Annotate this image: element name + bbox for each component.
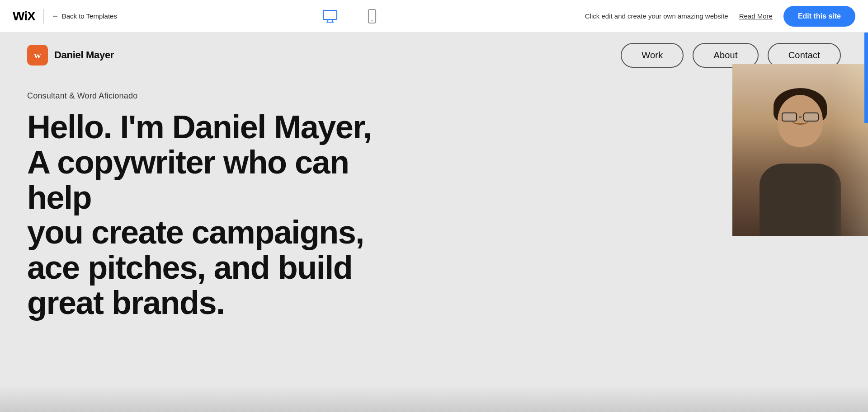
hero-line-4: ace pitches, and build: [27, 249, 352, 286]
back-to-templates-label: Back to Templates: [62, 12, 117, 20]
topbar-center: [117, 8, 585, 24]
device-divider: [351, 9, 351, 23]
person-body: [760, 164, 841, 236]
wix-logo: WiX: [13, 9, 35, 23]
person-smile: [792, 117, 809, 125]
hero-line-5: great brands.: [27, 285, 225, 321]
hero-section: Consultant & Word Aficionado Hello. I'm …: [0, 78, 868, 321]
svg-point-5: [371, 20, 373, 21]
site-preview: w Daniel Mayer Work About Contact Consul…: [0, 33, 868, 412]
desktop-view-button[interactable]: [322, 8, 338, 24]
window-light: [832, 64, 868, 236]
nav-work[interactable]: Work: [621, 43, 684, 68]
topbar-divider: [43, 9, 44, 23]
hero-heading: Hello. I'm Daniel Mayer, A copywriter wh…: [27, 110, 380, 321]
mobile-view-button[interactable]: [364, 8, 380, 24]
hero-line-2: A copywriter who can help: [27, 144, 349, 215]
back-to-templates-link[interactable]: ← Back to Templates: [52, 12, 117, 20]
hero-subtitle: Consultant & Word Aficionado: [27, 91, 841, 101]
site-name: Daniel Mayer: [54, 49, 114, 61]
read-more-link[interactable]: Read More: [739, 12, 773, 20]
person-photo-inner: [732, 64, 868, 236]
site-logo-icon: w: [27, 45, 48, 66]
hero-line-1: Hello. I'm Daniel Mayer,: [27, 109, 371, 145]
topbar-left: WiX ← Back to Templates: [13, 9, 117, 23]
topbar-right: Click edit and create your own amazing w…: [585, 6, 855, 27]
site-logo-area: w Daniel Mayer: [27, 45, 114, 66]
side-accent: [864, 33, 868, 123]
top-bar: WiX ← Back to Templates Click edit and c…: [0, 0, 868, 33]
person-photo: [732, 64, 868, 236]
bottom-items: [0, 385, 868, 412]
hero-line-3: you create campaigns,: [27, 214, 364, 250]
svg-rect-0: [323, 10, 337, 19]
back-arrow-icon: ←: [52, 12, 59, 20]
person-head: [778, 95, 823, 147]
edit-site-button[interactable]: Edit this site: [783, 6, 855, 27]
promo-text: Click edit and create your own amazing w…: [585, 12, 728, 20]
